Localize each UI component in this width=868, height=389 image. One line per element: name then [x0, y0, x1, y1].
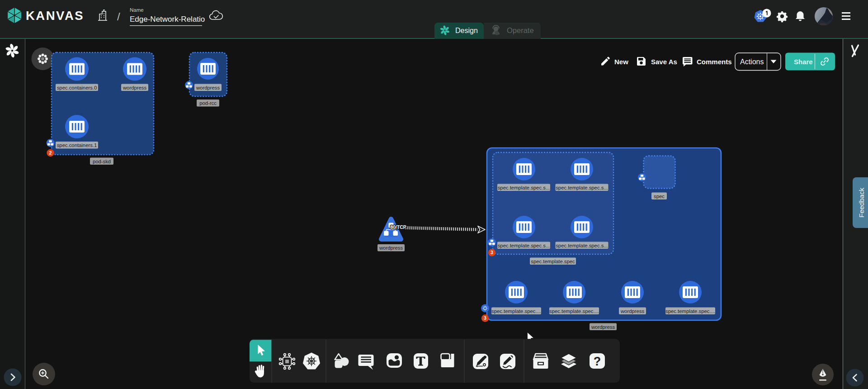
svg-text:3: 3 — [484, 315, 486, 321]
svg-text:Comments: Comments — [697, 58, 732, 66]
svg-text:3: 3 — [491, 250, 493, 255]
svg-text:wordpress: wordpress — [196, 85, 220, 90]
svg-text:spec.template.spec.s...: spec.template.spec.s... — [498, 243, 550, 248]
svg-text:Actions: Actions — [740, 58, 764, 66]
svg-text:spec.template.spec.s...: spec.template.spec.s... — [556, 243, 608, 248]
svg-text:wordpress: wordpress — [123, 85, 146, 90]
svg-text:wordpress: wordpress — [591, 324, 615, 330]
svg-text:Name: Name — [130, 7, 144, 13]
svg-text:spec.template.spec....: spec.template.spec.... — [549, 308, 599, 314]
svg-text:Save As: Save As — [651, 58, 677, 66]
svg-text:spec.template.spec.s...: spec.template.spec.s... — [498, 185, 550, 190]
svg-text:wordpress: wordpress — [379, 245, 403, 251]
svg-text:pod-rcc: pod-rcc — [199, 100, 217, 106]
svg-text:spec.template.spec.s...: spec.template.spec.s... — [556, 185, 608, 190]
svg-text:spec.template.spec: spec.template.spec — [531, 259, 575, 264]
svg-text:KANVAS: KANVAS — [26, 9, 84, 23]
svg-text:?: ? — [594, 355, 601, 368]
svg-text:pod-skd: pod-skd — [93, 159, 111, 164]
svg-text:spec.containers.0: spec.containers.0 — [57, 85, 97, 90]
svg-text:80/TCP: 80/TCP — [390, 224, 406, 230]
svg-text:New: New — [614, 58, 628, 66]
svg-text:Design: Design — [455, 27, 478, 34]
svg-text:spec.containers.1: spec.containers.1 — [57, 142, 97, 148]
svg-text:Operate: Operate — [507, 26, 534, 34]
svg-text:2: 2 — [49, 150, 52, 156]
svg-text:Share: Share — [794, 58, 813, 66]
svg-text:Edge-Network-Relatio: Edge-Network-Relatio — [130, 15, 205, 24]
svg-text:spec.template.spec....: spec.template.spec.... — [491, 308, 541, 314]
svg-text:spec.template.spec....: spec.template.spec.... — [665, 308, 715, 314]
svg-text:spec: spec — [654, 194, 665, 199]
svg-text:/: / — [117, 10, 120, 23]
svg-text:wordpress: wordpress — [620, 308, 644, 314]
